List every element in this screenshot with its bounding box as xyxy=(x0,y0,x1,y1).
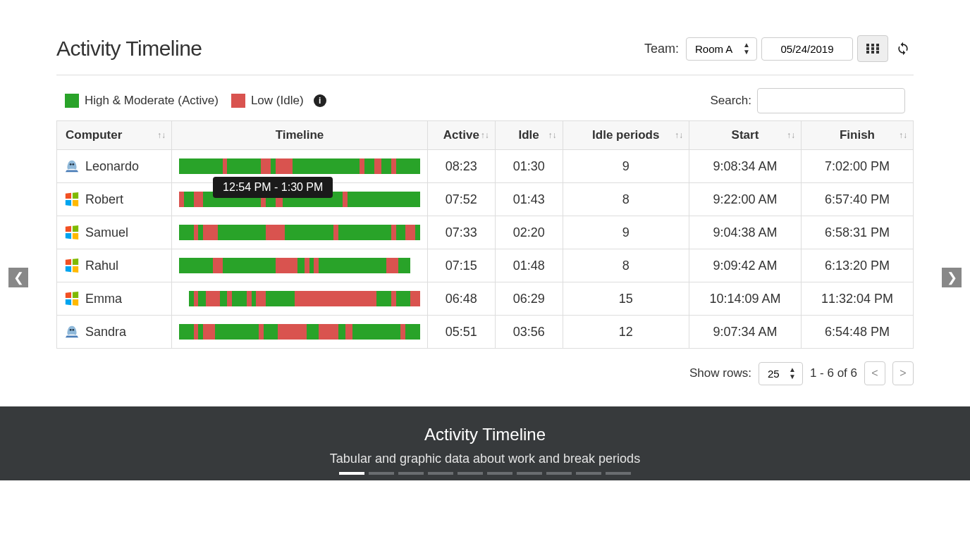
carousel-dot[interactable] xyxy=(517,472,542,475)
timeline-bar[interactable] xyxy=(179,291,420,306)
col-computer[interactable]: Computer↑↓ xyxy=(57,121,172,150)
computer-name: Leonardo xyxy=(85,159,139,174)
divider xyxy=(56,75,914,75)
carousel-dots[interactable] xyxy=(0,472,970,475)
carousel-dot[interactable] xyxy=(546,472,572,475)
page-prev-button[interactable]: < xyxy=(864,361,885,385)
idle-periods-cell: 8 xyxy=(563,249,689,282)
carousel-dot[interactable] xyxy=(576,472,601,475)
mac-os-icon xyxy=(64,324,80,340)
timeline-bar[interactable]: 12:54 PM - 1:30 PM xyxy=(179,158,420,174)
date-input[interactable] xyxy=(761,37,853,61)
footer-title: Activity Timeline xyxy=(0,425,970,444)
svg-point-11 xyxy=(70,329,72,331)
carousel-dot[interactable] xyxy=(487,472,512,475)
idle-cell: 01:30 xyxy=(495,150,563,183)
sort-icon: ↑↓ xyxy=(899,133,907,138)
windows-os-icon xyxy=(64,192,80,207)
start-cell: 9:07:34 AM xyxy=(689,316,801,349)
legend: High & Moderate (Active) Low (Idle) i xyxy=(65,94,326,108)
carousel-next[interactable]: ❯ xyxy=(942,268,962,287)
col-finish[interactable]: Finish↑↓ xyxy=(801,121,913,150)
svg-rect-6 xyxy=(866,51,869,54)
legend-swatch-idle xyxy=(231,94,245,108)
carousel-dot[interactable] xyxy=(369,472,394,475)
computer-cell: Robert xyxy=(64,192,164,207)
carousel-dot[interactable] xyxy=(428,472,453,475)
team-label: Team: xyxy=(644,42,679,56)
svg-rect-5 xyxy=(876,47,879,50)
info-icon[interactable]: i xyxy=(314,94,326,107)
computer-name: Emma xyxy=(85,292,122,306)
timeline-bar[interactable] xyxy=(179,225,420,240)
active-cell: 07:52 xyxy=(427,183,495,216)
table-row[interactable]: Samuel07:3302:2099:04:38 AM6:58:31 PM xyxy=(57,216,914,249)
table-row[interactable]: Rahul07:1501:4889:09:42 AM6:13:20 PM xyxy=(57,249,914,282)
col-idle-periods[interactable]: Idle periods↑↓ xyxy=(563,121,689,150)
sort-icon: ↑↓ xyxy=(787,133,795,138)
sort-icon: ↑↓ xyxy=(548,133,557,138)
table-row[interactable]: Robert07:5201:4389:22:00 AM6:57:40 PM xyxy=(57,183,914,216)
idle-periods-cell: 15 xyxy=(563,282,689,316)
col-start[interactable]: Start↑↓ xyxy=(689,121,801,150)
table-row[interactable]: Emma06:4806:291510:14:09 AM11:32:04 PM xyxy=(57,282,914,316)
finish-cell: 6:57:40 PM xyxy=(801,183,913,216)
computer-cell: Samuel xyxy=(64,225,164,240)
team-select[interactable]: Room A xyxy=(686,37,757,61)
rows-select[interactable]: 25 xyxy=(759,362,803,385)
windows-os-icon xyxy=(64,258,80,273)
finish-cell: 7:02:00 PM xyxy=(801,150,913,183)
windows-os-icon xyxy=(64,225,80,240)
page-range: 1 - 6 of 6 xyxy=(810,366,857,380)
windows-os-icon xyxy=(64,291,80,306)
timeline-tooltip: 12:54 PM - 1:30 PM xyxy=(213,177,333,198)
start-cell: 9:22:00 AM xyxy=(689,183,801,216)
finish-cell: 6:58:31 PM xyxy=(801,216,913,249)
carousel-prev[interactable]: ❮ xyxy=(8,268,28,287)
idle-periods-cell: 8 xyxy=(563,183,689,216)
active-cell: 05:51 xyxy=(427,316,495,349)
start-cell: 9:09:42 AM xyxy=(689,249,801,282)
idle-periods-cell: 9 xyxy=(563,150,689,183)
svg-rect-1 xyxy=(871,44,874,46)
grid-view-button[interactable] xyxy=(857,35,888,62)
svg-point-9 xyxy=(70,163,72,166)
finish-cell: 11:32:04 PM xyxy=(801,282,913,316)
col-active[interactable]: Active↑↓ xyxy=(427,121,495,150)
timeline-bar[interactable] xyxy=(179,258,420,273)
refresh-button[interactable] xyxy=(892,35,914,62)
timeline-bar[interactable] xyxy=(179,324,420,340)
active-cell: 06:48 xyxy=(427,282,495,316)
idle-periods-cell: 9 xyxy=(563,216,689,249)
carousel-dot[interactable] xyxy=(398,472,424,475)
page-next-button[interactable]: > xyxy=(892,361,914,385)
table-row[interactable]: Leonardo12:54 PM - 1:30 PM08:2301:3099:0… xyxy=(57,150,914,183)
col-idle[interactable]: Idle↑↓ xyxy=(495,121,563,150)
computer-name: Rahul xyxy=(85,259,118,273)
svg-point-10 xyxy=(72,163,74,166)
search-input[interactable] xyxy=(757,88,905,113)
computer-name: Robert xyxy=(85,192,123,207)
activity-table: Computer↑↓ Timeline Active↑↓ Idle↑↓ Idle… xyxy=(56,120,914,349)
carousel-dot[interactable] xyxy=(458,472,483,475)
svg-point-12 xyxy=(72,329,74,331)
show-rows-label: Show rows: xyxy=(689,366,751,380)
table-row[interactable]: Sandra05:5103:56129:07:34 AM6:54:48 PM xyxy=(57,316,914,349)
col-timeline[interactable]: Timeline xyxy=(172,121,428,150)
active-cell: 08:23 xyxy=(427,150,495,183)
finish-cell: 6:13:20 PM xyxy=(801,249,913,282)
page-title: Activity Timeline xyxy=(56,37,202,61)
footer: Activity Timeline Tabular and graphic da… xyxy=(0,406,970,480)
footer-subtitle: Tabular and graphic data about work and … xyxy=(0,452,970,466)
idle-cell: 03:56 xyxy=(495,316,563,349)
legend-swatch-active xyxy=(65,94,79,108)
carousel-dot[interactable] xyxy=(339,472,364,475)
idle-cell: 01:48 xyxy=(495,249,563,282)
search-label: Search: xyxy=(710,94,751,108)
idle-periods-cell: 12 xyxy=(563,316,689,349)
svg-rect-7 xyxy=(871,51,874,54)
refresh-icon xyxy=(896,42,910,56)
computer-name: Samuel xyxy=(85,225,128,240)
carousel-dot[interactable] xyxy=(606,472,631,475)
computer-cell: Rahul xyxy=(64,258,164,273)
